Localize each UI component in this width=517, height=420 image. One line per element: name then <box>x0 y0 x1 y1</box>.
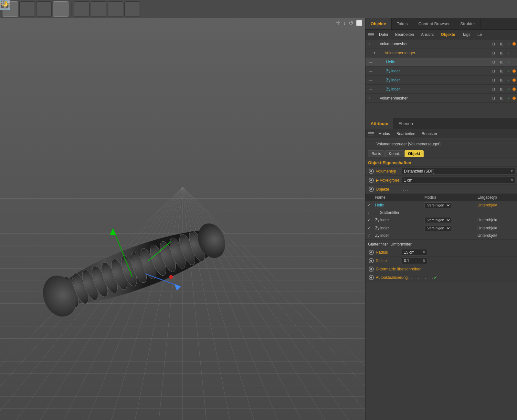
radio-auto[interactable] <box>369 275 374 280</box>
attr-menu-benutzer[interactable]: Benutzer <box>418 130 440 137</box>
dichte-value[interactable]: 0.1 ⇅ <box>402 257 427 264</box>
radio-objekte[interactable] <box>369 187 374 192</box>
volumentyp-value[interactable]: Distanzfeld (SDF) ▼ <box>402 168 516 174</box>
radio-dichte[interactable] <box>369 258 374 263</box>
th-check <box>365 194 373 201</box>
attr-menu-stripe <box>368 131 374 137</box>
top-toolbar <box>0 0 517 18</box>
tab-ebenen[interactable]: Ebenen <box>393 118 418 129</box>
zyl3-name: Zylinder <box>375 233 389 238</box>
zyl3-eingabe: Unterobjekt <box>478 233 497 238</box>
eye-zy2: ◨ <box>491 78 497 82</box>
menu-le[interactable]: Le <box>474 31 485 38</box>
viewport-header: ✛ ↕ ↺ ⬜ <box>333 18 365 28</box>
tab-attribute[interactable]: Attribute <box>365 118 393 129</box>
check-zyl3[interactable]: ✓ <box>367 234 370 237</box>
sub-tab-koord[interactable]: Koord. <box>385 150 404 157</box>
viewport[interactable]: ✛ ↕ ↺ ⬜ <box>0 18 365 420</box>
expand-vm1[interactable]: + <box>367 42 372 46</box>
checks-vm1: ◨ ◧ ✓ <box>491 42 516 46</box>
check-helix[interactable]: ✓ <box>367 203 370 207</box>
move-btn[interactable] <box>36 1 52 17</box>
tree-row-vm1[interactable]: + Volumenmesher ◨ ◧ ✓ <box>365 39 517 48</box>
tab-takes[interactable]: Takes <box>392 18 413 29</box>
prop-gittermatrix: Gittermatrix überschreiben <box>365 265 517 273</box>
tab-objekte[interactable]: Objekte <box>365 18 392 29</box>
name-cell-helix: Helix <box>375 203 384 207</box>
light-btn[interactable] <box>124 1 140 17</box>
check-zyl1[interactable]: ✓ <box>367 218 370 222</box>
check-glaetten[interactable]: ✓ <box>367 211 370 215</box>
attr-content: Volumenerzeuger [Volumenerzeuger] Basis … <box>365 138 517 420</box>
sub-tab-basis[interactable]: Basis <box>368 150 385 157</box>
icon-zy3 <box>379 86 385 92</box>
tree-row-zy3[interactable]: — Zylinder ◨ ◧ ✓ <box>365 85 517 94</box>
radio-gittermatrix[interactable] <box>369 267 374 272</box>
menu-bearbeiten[interactable]: Bearbeiten <box>392 31 417 38</box>
label-hx1: Helix <box>386 60 491 64</box>
scale-btn[interactable] <box>53 1 69 17</box>
radius-value[interactable]: 15 cm ⇅ <box>402 249 427 256</box>
checks-ve1: ◨ ◧ ✓ <box>491 51 516 55</box>
expand-vm2[interactable]: + <box>367 96 372 100</box>
th-eingabe: Eingabetyp <box>476 194 517 201</box>
camera-btn[interactable] <box>108 1 123 17</box>
check-zyl2[interactable]: ✓ <box>367 226 370 230</box>
zyl1-modus-select[interactable]: Vereinigen <box>425 217 451 223</box>
tree-row-ve1[interactable]: ▼ Volumenerzeuger ◨ ◧ ✓ <box>365 48 517 58</box>
obj-info-bar: Volumenerzeuger [Volumenerzeuger] <box>365 140 517 149</box>
zyl2-eingabe: Unterobjekt <box>478 226 497 230</box>
tree-row-vm2[interactable]: + Volumenmesher ◨ ◧ ✓ <box>365 94 517 103</box>
svg-line-2 <box>1 1 3 3</box>
menu-tags[interactable]: Tags <box>459 31 473 38</box>
menu-objekte[interactable]: Objekte <box>438 31 458 38</box>
radio-volumentyp[interactable] <box>369 169 374 174</box>
arrow-voxel-icon: ⇅ <box>511 178 513 182</box>
icon-vm2 <box>373 95 379 101</box>
cube-btn[interactable] <box>3 1 18 17</box>
helix-name: Helix <box>375 203 384 207</box>
attributes-panel: Attribute Ebenen Modus Bearbeiten Benutz… <box>365 118 517 420</box>
move-icon[interactable]: ✛ <box>336 19 341 26</box>
objects-tab-bar: Objekte Takes Content Browser Struktur <box>365 18 517 30</box>
attr-menu-bearbeiten[interactable]: Bearbeiten <box>393 130 418 137</box>
obj-info-icon <box>368 141 375 147</box>
icon-zy2 <box>379 77 385 83</box>
pen-btn[interactable] <box>19 1 35 17</box>
menu-datei[interactable]: Datei <box>376 31 391 38</box>
radio-radius[interactable] <box>369 250 374 255</box>
radio-voxelgroesse[interactable] <box>369 178 374 183</box>
zyl2-modus-select[interactable]: Vereinigen <box>425 225 451 231</box>
attr-menu-bar: Modus Bearbeiten Benutzer <box>365 129 517 138</box>
scale-icon[interactable]: ↕ <box>343 20 346 26</box>
pencil-zy2: ◧ <box>498 78 505 82</box>
main-container: ✛ ↕ ↺ ⬜ Objekte Takes Content Browser St… <box>0 18 517 420</box>
svg-line-4 <box>7 7 9 8</box>
table-row-helix: ✓ Helix <box>365 201 517 209</box>
arrow-icon: ▼ <box>510 169 513 173</box>
menu-ansicht[interactable]: Ansicht <box>418 31 437 38</box>
auto-label: Autoaktualisierung <box>376 275 408 280</box>
filter-tab-glaetten[interactable]: Glättenfilter <box>368 242 388 247</box>
auto-dots: . . . . . . . . <box>408 275 434 280</box>
curve-btn[interactable] <box>74 1 90 17</box>
grid-btn[interactable] <box>91 1 106 17</box>
tree-row-zy2[interactable]: — Zylinder ◨ ◧ ✓ <box>365 76 517 85</box>
viewport-canvas <box>0 18 365 420</box>
tab-content-browser[interactable]: Content Browser <box>413 18 455 29</box>
svg-line-30 <box>1 2 2 3</box>
dot-ve1 <box>512 51 516 55</box>
tree-row-hx1[interactable]: — Helix ◨ ◧ ✓ <box>365 58 517 67</box>
filter-tab-umform[interactable]: Umformfilter <box>390 242 411 247</box>
rotate-icon[interactable]: ↺ <box>349 19 353 26</box>
svg-rect-1 <box>3 1 9 7</box>
sub-tab-objekt[interactable]: Objekt <box>405 150 424 157</box>
voxelgroesse-value[interactable]: 1 cm ⇅ <box>402 177 516 184</box>
helix-modus-select[interactable]: Vereinigen <box>425 202 451 208</box>
expand-ve1[interactable]: ▼ <box>372 51 377 55</box>
tab-struktur[interactable]: Struktur <box>455 18 480 29</box>
tree-row-zy1[interactable]: — Zylinder ◨ ◧ ✓ <box>365 67 517 76</box>
attr-menu-modus[interactable]: Modus <box>375 130 393 137</box>
maximize-icon[interactable]: ⬜ <box>356 20 363 26</box>
menu-stripe-icon <box>368 32 374 37</box>
